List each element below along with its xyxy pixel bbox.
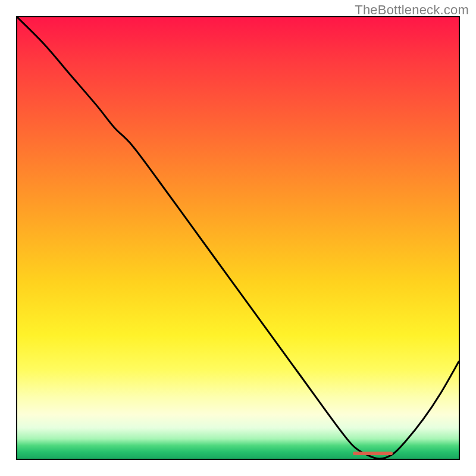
bottleneck-curve [17,17,459,459]
optimal-flat-region-marker [353,452,393,455]
plot-area [17,17,459,459]
chart-canvas: TheBottleneck.com [0,0,476,476]
